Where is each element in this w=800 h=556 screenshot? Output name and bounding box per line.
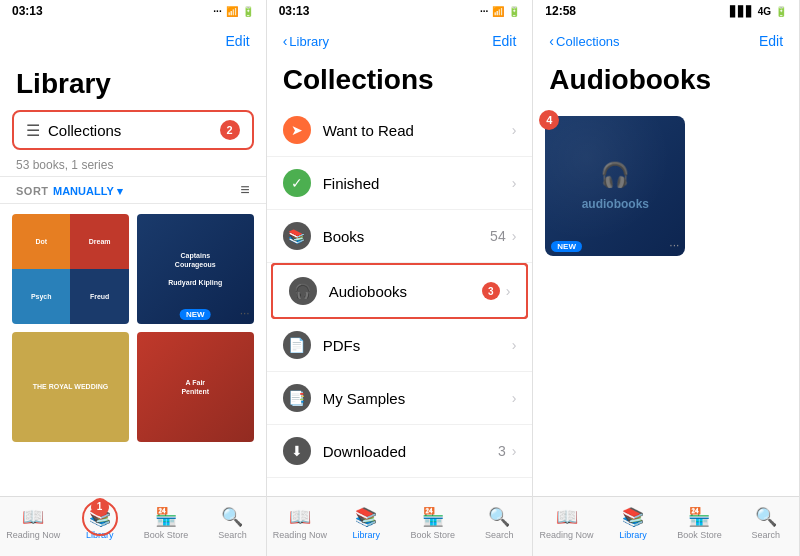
collections-title: Collections [267,60,533,104]
panel-collections: 03:13 ··· 📶 🔋 ‹ Library Edit Collections… [267,0,534,556]
tab-reading-now-2[interactable]: 📖 Reading Now [267,506,333,540]
badge-3: 3 [482,282,500,300]
search-icon-1: 🔍 [221,506,243,528]
book-item-3[interactable]: THE ROYAL WEDDING [12,332,129,442]
status-bar-1: 03:13 ··· 📶 🔋 [0,0,266,22]
chevron-right-finished: › [512,175,517,191]
time-2: 03:13 [279,4,310,18]
collection-downloaded[interactable]: ⬇ Downloaded 3 › [267,425,533,478]
back-button-2[interactable]: ‹ Library [283,33,329,49]
sort-row: SORT MANUALLY ▾ ≡ [0,176,266,204]
book-cover-4: A FairPenitent [137,332,254,442]
status-icons-3: ▋▋▋ 4G 🔋 [730,6,787,17]
collections-list: ➤ Want to Read › ✓ Finished › 📚 Books 54… [267,104,533,496]
search-label-2: Search [485,530,514,540]
book-item-1[interactable]: Dot Dream Psych Freud [12,214,129,324]
collection-finished[interactable]: ✓ Finished › [267,157,533,210]
audiobook-cover-1: 🎧 audiobooks [545,116,685,256]
new-badge-audio: NEW [551,241,582,252]
audio-icon: 🎧 [289,277,317,305]
chevron-right-books: › [512,228,517,244]
sub-cover-1: Dot [12,214,70,269]
sub-cover-2: Dream [70,214,128,269]
search-icon-3: 🔍 [755,506,777,528]
download-icon: ⬇ [283,437,311,465]
reading-now-icon-1: 📖 [22,506,44,528]
tab-bookstore-1[interactable]: 🏪 Book Store [133,506,199,540]
collection-name-audio: Audiobooks [329,283,482,300]
panel-audiobooks: 12:58 ▋▋▋ 4G 🔋 ‹ Collections Edit Audiob… [533,0,800,556]
nav-bar-2: ‹ Library Edit [267,22,533,60]
tab-bookstore-2[interactable]: 🏪 Book Store [400,506,466,540]
reading-now-icon-3: 📖 [556,506,578,528]
dots-icon-2: ··· [480,6,488,17]
more-button-2[interactable]: ··· [240,306,250,320]
chevron-right-downloaded: › [512,443,517,459]
chevron-left-icon-3: ‹ [549,33,554,49]
audiobook-card-1[interactable]: 4 🎧 audiobooks NEW ··· [545,116,685,256]
edit-button-1[interactable]: Edit [226,33,250,49]
collections-header: Collections [267,60,533,104]
library-header: Library [0,60,266,104]
tab-reading-now-1[interactable]: 📖 Reading Now [0,506,66,540]
wifi-icon-2: 📶 [492,6,504,17]
collections-label: Collections [48,122,121,139]
tab-reading-now-3[interactable]: 📖 Reading Now [533,506,599,540]
samples-icon: 📑 [283,384,311,412]
panel-library: 03:13 ··· 📶 🔋 Edit Library ☰ Collections… [0,0,267,556]
chevron-right-audio: › [506,283,511,299]
status-bar-2: 03:13 ··· 📶 🔋 [267,0,533,22]
more-button-audio[interactable]: ··· [669,238,679,252]
book-cover-2: CaptainsCourageousRudyard Kipling [137,214,254,324]
reading-now-label-2: Reading Now [273,530,327,540]
battery-icon-3: 🔋 [775,6,787,17]
book-item-4[interactable]: A FairPenitent [137,332,254,442]
nav-bar-3: ‹ Collections Edit [533,22,799,60]
new-collection-button[interactable]: + New Collection... [267,478,533,496]
collection-pdfs[interactable]: 📄 PDFs › [267,319,533,372]
edit-button-2[interactable]: Edit [492,33,516,49]
sort-label: SORT [16,185,49,197]
collections-row[interactable]: ☰ Collections 2 [12,110,254,150]
books-row-1: Dot Dream Psych Freud CaptainsCourageous… [12,214,254,324]
battery-icon-2: 🔋 [508,6,520,17]
books-grid: Dot Dream Psych Freud CaptainsCourageous… [0,204,266,496]
collection-audiobooks[interactable]: 🎧 Audiobooks 3 › [271,263,529,319]
tab-search-2[interactable]: 🔍 Search [466,506,532,540]
tab-search-1[interactable]: 🔍 Search [199,506,265,540]
collection-want-to-read[interactable]: ➤ Want to Read › [267,104,533,157]
tab-search-3[interactable]: 🔍 Search [733,506,799,540]
tab-library-2[interactable]: 📚 Library [333,506,399,540]
bookstore-label-3: Book Store [677,530,722,540]
collection-name-pdfs: PDFs [323,337,512,354]
back-button-3[interactable]: ‹ Collections [549,33,619,49]
reading-now-icon-2: 📖 [289,506,311,528]
dots-icon-1: ··· [213,6,221,17]
collection-samples[interactable]: 📑 My Samples › [267,372,533,425]
books-count: 53 books, 1 series [0,156,266,176]
collection-name-books: Books [323,228,490,245]
search-label-1: Search [218,530,247,540]
tab-bookstore-3[interactable]: 🏪 Book Store [666,506,732,540]
book-item-2[interactable]: CaptainsCourageousRudyard Kipling NEW ··… [137,214,254,324]
pdfs-icon: 📄 [283,331,311,359]
list-view-icon[interactable]: ≡ [240,181,249,199]
chevron-right-want: › [512,122,517,138]
book-cover-multi: Dot Dream Psych Freud [12,214,129,324]
sub-cover-3: Psych [12,269,70,324]
books-row-2: THE ROYAL WEDDING A FairPenitent [12,332,254,442]
sort-value[interactable]: MANUALLY ▾ [53,185,123,197]
edit-button-3[interactable]: Edit [759,33,783,49]
finished-icon: ✓ [283,169,311,197]
library-label-2: Library [353,530,381,540]
audiobooks-header: Audiobooks [533,60,799,104]
sort-label-group: SORT MANUALLY ▾ [16,181,123,199]
headphone-icon: 🎧 [600,161,630,189]
status-icons-2: ··· 📶 🔋 [480,6,520,17]
tab-library-1[interactable]: 1 📚 Library [66,506,132,540]
collection-books[interactable]: 📚 Books 54 › [267,210,533,263]
collection-name-want: Want to Read [323,122,512,139]
new-badge-2: NEW [180,309,211,320]
nav-bar-1: Edit [0,22,266,60]
tab-library-3[interactable]: 📚 Library [600,506,666,540]
